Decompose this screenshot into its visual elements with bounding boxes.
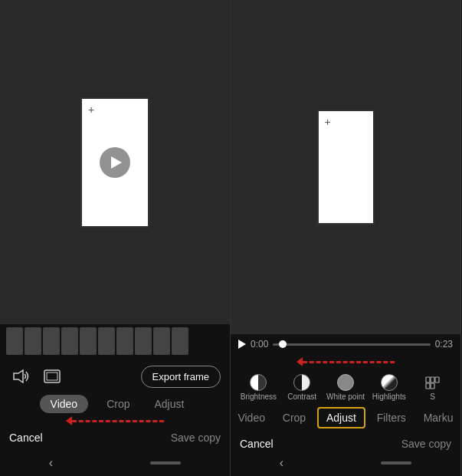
right-play-icon[interactable]: [238, 340, 246, 349]
left-tabs-row: Video Crop Adjust: [9, 395, 221, 413]
right-save-button[interactable]: Save copy: [401, 438, 451, 450]
timeline-thumb: [98, 327, 115, 355]
contrast-icon-btn[interactable]: [293, 374, 310, 391]
adjust-icons-row: [231, 369, 460, 391]
timeline-thumb: [80, 327, 97, 355]
right-nav-back-icon[interactable]: ‹: [280, 456, 283, 470]
dashed-line: [72, 420, 164, 422]
brightness-icon-btn[interactable]: [250, 374, 267, 391]
contrast-label: Contrast: [283, 392, 321, 401]
time-end: 0:23: [435, 339, 453, 350]
crosshair-icon: +: [88, 103, 94, 116]
brightness-icon: [250, 374, 267, 391]
action-row: Export frame: [9, 364, 221, 389]
svg-rect-2: [47, 373, 57, 380]
right-cancel-button[interactable]: Cancel: [240, 438, 274, 450]
left-bottom-row: Cancel Save copy: [9, 427, 221, 445]
arrow-head-left-icon: [66, 416, 72, 425]
left-nav-bar: ‹: [0, 451, 230, 476]
timeline-strip[interactable]: [0, 324, 230, 358]
left-save-button[interactable]: Save copy: [171, 432, 221, 444]
nav-pill: [150, 461, 181, 465]
tab-video-right[interactable]: Video: [231, 409, 271, 427]
left-bottom-controls: Export frame Video Crop Adjust Cancel Sa…: [0, 358, 230, 451]
right-arrow-head-icon: [297, 357, 303, 366]
tab-crop-right[interactable]: Crop: [277, 409, 312, 427]
timeline-thumb: [116, 327, 133, 355]
left-video-frame: +: [80, 97, 149, 228]
highlights-icon-btn[interactable]: [381, 374, 398, 391]
play-icon: [111, 156, 122, 169]
adjust-labels-row: Brightness Contrast White point Highligh…: [231, 391, 460, 404]
left-preview-area: +: [0, 0, 230, 324]
contrast-icon: [293, 374, 310, 391]
highlights-icon: [381, 374, 398, 391]
right-panel: + 0:00 0:23: [231, 0, 461, 476]
right-crosshair-icon: +: [325, 116, 331, 128]
progress-dot: [279, 340, 287, 348]
nav-back-icon[interactable]: ‹: [49, 456, 53, 470]
tab-adjust-right[interactable]: Adjust: [317, 407, 365, 428]
play-button[interactable]: [100, 147, 130, 178]
time-start: 0:00: [251, 339, 268, 350]
timeline-thumb: [61, 327, 78, 355]
audio-icon-button[interactable]: [9, 364, 34, 389]
red-arrow-right: [231, 357, 460, 366]
svg-rect-3: [426, 377, 430, 382]
tab-filters-right[interactable]: Filters: [371, 409, 412, 427]
svg-rect-5: [435, 377, 439, 382]
progress-bar[interactable]: [273, 343, 430, 346]
svg-rect-4: [431, 377, 434, 382]
export-frame-button[interactable]: Export frame: [141, 366, 221, 388]
highlights-label: Highlights: [370, 392, 408, 401]
right-nav-bar: ‹: [231, 451, 460, 476]
right-preview-area: +: [231, 0, 460, 334]
shadows-icon-btn[interactable]: [424, 374, 441, 391]
timeline-thumb: [135, 327, 152, 355]
right-tabs-container: Video Crop Adjust Filters Marku: [231, 404, 460, 433]
shadows-label: S: [414, 392, 452, 401]
white-point-icon: [337, 374, 354, 391]
right-bottom-row: Cancel Save copy: [231, 433, 460, 451]
right-red-arrow-container: [231, 354, 460, 369]
svg-marker-0: [14, 370, 23, 382]
right-dashed-line: [303, 361, 395, 363]
shadows-icon: [424, 374, 441, 391]
right-nav-pill: [381, 461, 411, 465]
left-cancel-button[interactable]: Cancel: [9, 432, 43, 444]
right-tabs-row: Video Crop Adjust Filters Marku: [231, 407, 460, 428]
timeline-thumb: [43, 327, 60, 355]
brightness-label: Brightness: [239, 392, 277, 401]
svg-rect-6: [426, 383, 430, 389]
svg-rect-7: [431, 383, 434, 389]
timeline-thumb: [6, 327, 23, 355]
white-point-icon-btn[interactable]: [337, 374, 354, 391]
playback-row[interactable]: 0:00 0:23: [231, 334, 460, 354]
tab-adjust-left[interactable]: Adjust: [149, 395, 191, 413]
red-arrow-left: [9, 416, 221, 425]
timeline-thumb: [172, 327, 188, 355]
white-point-label: White point: [326, 392, 365, 401]
right-video-frame: +: [317, 110, 375, 225]
tab-crop-left[interactable]: Crop: [100, 395, 136, 413]
timeline-thumb: [25, 327, 41, 355]
timeline-thumb: [153, 327, 170, 355]
tab-video-left[interactable]: Video: [40, 395, 89, 413]
timeline-thumbnails: [6, 327, 188, 355]
left-panel: +: [0, 0, 231, 476]
tab-markup-right[interactable]: Marku: [418, 409, 460, 427]
frames-icon-button[interactable]: [40, 364, 64, 389]
